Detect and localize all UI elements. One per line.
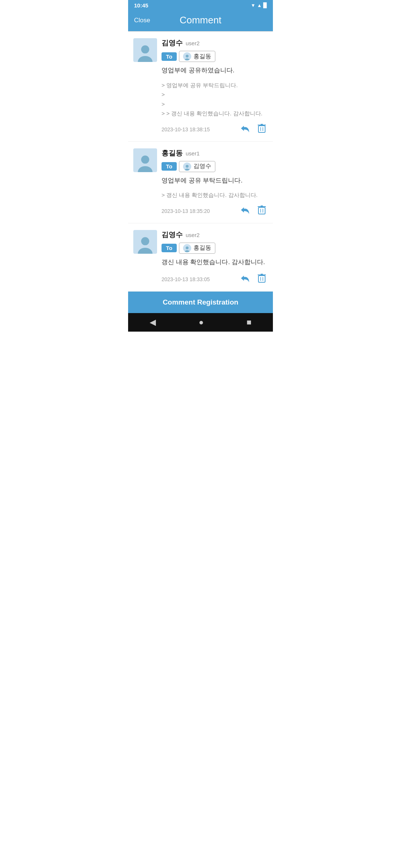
comment-time: 2023-10-13 18:38:15 (162, 126, 210, 132)
user-id: user1 (186, 150, 200, 157)
comment-list: 김영수 user2 To 홍길동 (128, 32, 273, 292)
user-info: 홍길동 user1 To 김영수 (162, 148, 215, 172)
comment-body: 영업부에 공유하였습니다. > 영업부에 공유 부탁드립니다.>>> > 갱신 … (133, 66, 268, 137)
header: Close Comment (128, 11, 273, 31)
wifi-icon: ▼ (251, 3, 255, 8)
comment-time: 2023-10-13 18:33:05 (162, 276, 210, 282)
svg-point-9 (141, 155, 149, 164)
quoted-line: > (162, 90, 268, 99)
user-name-row: 김영수 user2 (162, 230, 215, 240)
svg-point-12 (185, 168, 190, 171)
svg-point-19 (138, 247, 153, 253)
quoted-line: > 영업부에 공유 부탁드립니다. (162, 80, 268, 90)
comment-registration-button[interactable]: Comment Registration (128, 292, 273, 313)
svg-rect-22 (258, 276, 265, 282)
quoted-line: > 갱신 내용 확인했습니다. 감사합니다. (162, 190, 268, 200)
avatar (133, 230, 157, 254)
to-badge: To (162, 244, 177, 252)
reply-button[interactable] (239, 123, 251, 136)
svg-point-11 (186, 165, 189, 168)
user-id: user2 (186, 40, 200, 46)
reply-button[interactable] (239, 273, 251, 286)
comment-actions (239, 204, 268, 218)
chip-avatar (183, 162, 191, 171)
status-time: 10:45 (134, 2, 148, 9)
user-name: 김영수 (162, 38, 183, 48)
comment-main-text: 갱신 내용 확인했습니다. 감사합니다. (162, 257, 268, 267)
bottom-bar-label: Comment Registration (163, 298, 238, 306)
status-bar: 10:45 ▼ ▲ ▉ (128, 0, 273, 11)
comment-item: 김영수 user2 To 홍길동 (128, 32, 273, 142)
svg-point-20 (186, 246, 189, 249)
to-row: To 홍길동 (162, 51, 215, 62)
user-name-row: 김영수 user2 (162, 38, 215, 48)
avatar (133, 38, 157, 62)
recipient-name: 홍길동 (193, 244, 211, 252)
svg-rect-4 (258, 126, 265, 132)
nav-home-button[interactable]: ● (199, 318, 203, 327)
svg-point-0 (141, 45, 149, 53)
reply-button[interactable] (239, 204, 251, 218)
delete-button[interactable] (256, 204, 268, 218)
to-badge: To (162, 162, 177, 171)
recipient-name: 홍길동 (193, 53, 211, 60)
comment-item: 김영수 user2 To 홍길동 (128, 223, 273, 292)
comment-body: 영업부에 공유 부탁드립니다. > 갱신 내용 확인했습니다. 감사합니다. 2… (133, 176, 268, 218)
recipient-chip: 김영수 (179, 161, 215, 172)
comment-quoted: > 갱신 내용 확인했습니다. 감사합니다. (162, 190, 268, 200)
to-badge: To (162, 52, 177, 61)
user-name: 김영수 (162, 230, 183, 240)
to-row: To 김영수 (162, 161, 215, 172)
recipient-chip: 홍길동 (179, 51, 215, 62)
avatar (133, 148, 157, 172)
svg-point-10 (138, 166, 153, 172)
comment-header: 김영수 user2 To 홍길동 (133, 38, 268, 62)
nav-back-button[interactable]: ◀ (150, 318, 156, 327)
svg-point-3 (185, 58, 190, 60)
status-icons: ▼ ▲ ▉ (251, 3, 267, 8)
recipient-chip: 홍길동 (179, 243, 215, 254)
quoted-line: > (162, 99, 268, 109)
signal-icon: ▲ (257, 3, 262, 8)
chip-avatar (183, 244, 191, 252)
delete-button[interactable] (256, 122, 268, 137)
comment-quoted: > 영업부에 공유 부탁드립니다.>>> > 갱신 내용 확인했습니다. 감사합… (162, 80, 268, 118)
quoted-line: > > 갱신 내용 확인했습니다. 감사합니다. (162, 109, 268, 118)
chip-avatar (183, 52, 191, 60)
close-button[interactable]: Close (134, 17, 156, 24)
to-row: To 홍길동 (162, 243, 215, 254)
svg-point-1 (138, 56, 153, 62)
comment-header: 홍길동 user1 To 김영수 (133, 148, 268, 172)
comment-footer: 2023-10-13 18:35:20 (162, 204, 268, 218)
comment-header: 김영수 user2 To 홍길동 (133, 230, 268, 254)
comment-actions (239, 122, 268, 137)
delete-button[interactable] (256, 272, 268, 287)
svg-point-18 (141, 237, 149, 245)
user-info: 김영수 user2 To 홍길동 (162, 230, 215, 254)
svg-rect-13 (258, 207, 265, 214)
battery-icon: ▉ (263, 3, 267, 8)
page-title: Comment (156, 14, 245, 26)
comment-main-text: 영업부에 공유하였습니다. (162, 66, 268, 75)
comment-item: 홍길동 user1 To 김영수 (128, 142, 273, 223)
svg-point-21 (185, 250, 190, 252)
user-name-row: 홍길동 user1 (162, 148, 215, 158)
svg-point-2 (186, 55, 189, 58)
comment-body: 갱신 내용 확인했습니다. 감사합니다. 2023-10-13 18:33:05 (133, 257, 268, 287)
comment-footer: 2023-10-13 18:33:05 (162, 272, 268, 287)
nav-recent-button[interactable]: ■ (247, 318, 251, 327)
user-info: 김영수 user2 To 홍길동 (162, 38, 215, 62)
nav-bar: ◀ ● ■ (128, 313, 273, 332)
comment-main-text: 영업부에 공유 부탁드립니다. (162, 176, 268, 185)
comment-actions (239, 272, 268, 287)
comment-footer: 2023-10-13 18:38:15 (162, 122, 268, 137)
comment-time: 2023-10-13 18:35:20 (162, 208, 210, 214)
user-name: 홍길동 (162, 148, 183, 158)
user-id: user2 (186, 232, 200, 238)
recipient-name: 김영수 (193, 162, 211, 170)
